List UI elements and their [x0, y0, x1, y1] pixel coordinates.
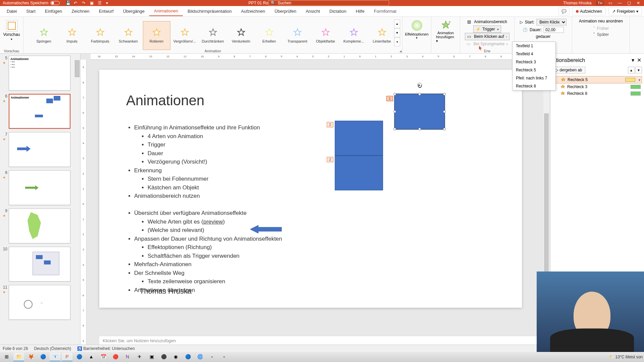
- explorer-icon[interactable]: 📁: [13, 353, 24, 361]
- animation-farbimpuls[interactable]: Farbimpuls: [87, 21, 114, 50]
- tab-insert[interactable]: Einfügen: [40, 7, 67, 16]
- resize-handle[interactable]: [418, 128, 421, 130]
- resize-handle[interactable]: [393, 93, 396, 96]
- gallery-up-button[interactable]: ▲: [394, 19, 400, 28]
- tab-review[interactable]: Überprüfen: [270, 7, 301, 16]
- minimize-icon[interactable]: —: [618, 1, 623, 5]
- calendar-icon[interactable]: 📅: [98, 353, 109, 361]
- trigger-target-option[interactable]: Rechteck 5: [513, 66, 555, 74]
- tab-view[interactable]: Ansicht: [301, 7, 325, 16]
- slide-thumbnail-8[interactable]: 8★: [1, 170, 79, 205]
- animation-list-item[interactable]: Rechteck 3: [552, 83, 642, 90]
- animation-impuls[interactable]: Impuls: [58, 21, 86, 50]
- firefox-icon[interactable]: 🦊: [25, 353, 36, 361]
- present-icon[interactable]: ▣: [90, 1, 95, 5]
- app-icon[interactable]: 🔵: [74, 353, 85, 361]
- language-status[interactable]: Deutsch (Österreich): [34, 346, 71, 351]
- tab-animations[interactable]: Animationen: [149, 6, 183, 16]
- tab-transitions[interactable]: Übergänge: [118, 7, 149, 16]
- powerpoint-icon[interactable]: P: [62, 353, 72, 361]
- resize-handle[interactable]: [418, 93, 421, 96]
- pane-close-icon[interactable]: ✕: [637, 57, 641, 63]
- outlook-icon[interactable]: 📧: [50, 353, 60, 361]
- start-button[interactable]: ⊞: [1, 353, 12, 361]
- tab-shapeformat[interactable]: Formformat: [369, 7, 401, 16]
- tab-dictation[interactable]: Dictation: [325, 7, 351, 16]
- save-icon[interactable]: 💾: [66, 1, 70, 5]
- redo-icon[interactable]: ↷: [82, 1, 87, 5]
- shape-rechteck-3[interactable]: [335, 121, 383, 156]
- share-button[interactable]: ↗Freigeben ▾: [608, 7, 642, 15]
- tab-start[interactable]: Start: [21, 7, 40, 16]
- trigger-target-option[interactable]: Textfeld 1: [513, 42, 555, 50]
- telegram-icon[interactable]: ✈: [134, 353, 145, 361]
- animation-pane-button[interactable]: ▤ Animationsbereich: [465, 18, 509, 25]
- animation-tag-2a[interactable]: 2: [327, 122, 333, 127]
- slide-canvas[interactable]: Animationen Einführung in Animationseffe…: [99, 70, 522, 308]
- vlc-icon[interactable]: ▲: [86, 353, 97, 361]
- effect-options-button[interactable]: Effektoptionen ▾: [403, 18, 430, 42]
- resize-handle[interactable]: [393, 110, 396, 113]
- tab-design[interactable]: Entwurf: [94, 7, 118, 16]
- tab-help[interactable]: Hilfe: [351, 7, 369, 16]
- slide-thumbnail-6[interactable]: 6★Animationen: [1, 94, 79, 129]
- trigger-target-option[interactable]: Textfeld 4: [513, 50, 555, 58]
- touch-mode-icon[interactable]: ☰: [98, 1, 103, 5]
- slide-author[interactable]: Thomas Hruska: [140, 287, 192, 296]
- start-select[interactable]: Beim Klicken: [536, 19, 567, 25]
- app-icon[interactable]: ▫: [207, 353, 217, 361]
- move-up-button[interactable]: ▲: [628, 67, 635, 73]
- resize-handle[interactable]: [393, 128, 396, 130]
- slide-thumbnail-11[interactable]: 11★♡: [1, 285, 79, 320]
- add-animation-button[interactable]: + Animation hinzufügen ▾: [434, 18, 457, 45]
- autosave-toggle[interactable]: Automatisches Speichern: [3, 1, 60, 5]
- duration-input[interactable]: [544, 27, 564, 33]
- obs-icon[interactable]: ⚫: [158, 353, 169, 361]
- slide-thumbnail-7[interactable]: 7★: [1, 132, 79, 167]
- qat-dropdown-icon[interactable]: ▾: [106, 1, 111, 5]
- weather-widget[interactable]: ⛅ 13°C Meist son: [609, 355, 643, 359]
- tab-record[interactable]: Aufzeichnen: [236, 7, 270, 16]
- resize-handle[interactable]: [443, 128, 446, 130]
- animation-linienfarbe[interactable]: Linienfarbe: [368, 21, 396, 50]
- trigger-target-option[interactable]: Pfeil: nach links 7: [513, 74, 555, 82]
- user-name[interactable]: Thomas Hruska: [563, 1, 592, 5]
- slide-thumbnail-5[interactable]: 5★Animationen• text• text• text: [1, 56, 79, 90]
- animation-rotieren[interactable]: Rotieren: [143, 21, 170, 50]
- search-box[interactable]: 🔍: [268, 0, 389, 6]
- onenote-icon[interactable]: N: [122, 353, 133, 361]
- user-avatar[interactable]: TH: [596, 1, 604, 5]
- animation-verdunkeln[interactable]: Verdunkeln: [227, 21, 255, 50]
- app-icon[interactable]: 🔵: [182, 353, 193, 361]
- edge-icon[interactable]: 🌀: [195, 353, 205, 361]
- animation-kompleme[interactable]: Kompleme...: [340, 21, 368, 50]
- app-icon[interactable]: ◉: [170, 353, 181, 361]
- animation-erhellen[interactable]: Erhellen: [256, 21, 283, 50]
- animation-tag-1[interactable]: 1: [386, 96, 393, 101]
- chrome-icon[interactable]: 🔵: [38, 353, 48, 361]
- animation-springen[interactable]: Springen: [30, 21, 58, 50]
- slide-counter[interactable]: Folie 6 von 26: [3, 346, 28, 351]
- record-button[interactable]: Aufzeichnen: [572, 7, 606, 15]
- move-later-button[interactable]: ˅Später: [593, 32, 609, 38]
- app-icon[interactable]: ▫: [219, 353, 229, 361]
- rotate-handle-icon[interactable]: ↻: [417, 83, 422, 87]
- comments-button[interactable]: 💬: [558, 7, 570, 15]
- preview-button[interactable]: Vorschau ▾: [1, 18, 22, 43]
- slide-thumbnail-panel[interactable]: 5★Animationen• text• text• text6★Animati…: [0, 54, 80, 349]
- pane-dropdown-icon[interactable]: ▾: [632, 57, 634, 63]
- animation-list-item[interactable]: Rechteck 8: [552, 90, 642, 97]
- gallery-more-button[interactable]: ▾: [394, 38, 400, 46]
- animation-durchtrnken[interactable]: Durchtränken: [199, 21, 227, 50]
- shape-rechteck-5[interactable]: ↻: [394, 94, 445, 129]
- scrollbar-thumb[interactable]: [544, 113, 549, 288]
- animation-transparent[interactable]: Transparent: [284, 21, 311, 50]
- maximize-icon[interactable]: ▢: [627, 1, 632, 5]
- play-from-button[interactable]: ▷ dergeben ab: [552, 67, 585, 73]
- tab-draw[interactable]: Zeichnen: [67, 7, 94, 16]
- slide-thumbnail-9[interactable]: 9★: [1, 208, 79, 243]
- slide-title[interactable]: Animationen: [126, 93, 204, 109]
- shape-rechteck-8[interactable]: [335, 156, 383, 190]
- slide-body-text[interactable]: Einführung in Animationseffekte und ihre…: [126, 123, 282, 294]
- trigger-target-option[interactable]: Rechteck 8: [513, 82, 555, 90]
